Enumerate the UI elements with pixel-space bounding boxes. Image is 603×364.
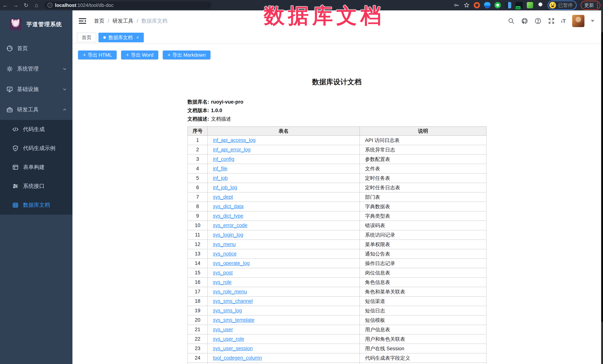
table-row: 17sys_role_menu角色和菜单关联表 — [188, 287, 486, 297]
sidebar-item-system[interactable]: 系统管理 — [0, 59, 72, 79]
browser-update-button[interactable]: 更新 — [581, 1, 600, 10]
table-name-link[interactable]: sys_sms_channel — [213, 298, 253, 304]
table-row: 20sys_sms_template短信模板 — [188, 315, 486, 325]
sidebar-item-codegen-demo[interactable]: 代码生成示例 — [0, 139, 72, 158]
row-index: 14 — [188, 259, 208, 268]
table-name-link[interactable]: sys_role — [213, 279, 232, 285]
table-name-link[interactable]: sys_user — [213, 327, 233, 332]
row-table-name-cell: sys_user_role — [208, 334, 360, 344]
row-table-name-cell: sys_menu — [208, 240, 360, 249]
row-index: 10 — [188, 221, 208, 230]
row-table-name-cell: sys_sms_template — [208, 315, 360, 325]
row-table-name-cell: sys_notice — [208, 249, 360, 259]
table-name-link[interactable]: tool_codegen_column — [213, 355, 262, 361]
font-size-icon[interactable]: tT — [561, 18, 566, 24]
meta-doc-desc: 文档描述:文档描述 — [187, 116, 486, 122]
table-name-link[interactable]: sys_role_menu — [213, 289, 247, 294]
row-index: 9 — [188, 211, 208, 221]
sidebar-item-home[interactable]: 首页 — [0, 38, 72, 59]
paused-extension-badge[interactable]: 已暂停 — [548, 0, 577, 10]
table-name-link[interactable]: sys_notice — [213, 251, 237, 256]
table-name-link[interactable]: sys_user_role — [213, 336, 244, 342]
table-name-link[interactable]: inf_job_log — [213, 185, 237, 190]
app-logo-row[interactable]: 芋道管理系统 — [0, 11, 72, 38]
table-row: 21sys_user用户信息表 — [188, 325, 486, 334]
menu-fold-icon[interactable] — [79, 18, 86, 24]
extension-icon-on-badge[interactable]: on — [515, 2, 523, 9]
page-scrollbar[interactable] — [601, 11, 603, 364]
browser-menu-icon[interactable] — [597, 3, 598, 8]
row-table-name-cell: tool_codegen_table — [208, 363, 360, 364]
row-index: 21 — [188, 325, 208, 334]
sidebar-item-form-builder[interactable]: 表单构建 — [0, 158, 72, 177]
table-name-link[interactable]: sys_sms_log — [213, 308, 242, 313]
table-name-link[interactable]: inf_config — [213, 156, 234, 162]
search-icon[interactable] — [508, 17, 515, 24]
table-name-link[interactable]: sys_post — [213, 270, 233, 276]
table-name-link[interactable]: inf_file — [213, 166, 227, 171]
table-name-link[interactable]: inf_api_access_log — [213, 137, 256, 143]
sidebar-item-api[interactable]: 系统接口 — [0, 177, 72, 196]
app-header: 首页 / 研发工具 / 数据库文档 tT — [72, 11, 601, 32]
export-html-button[interactable]: +导出 HTML — [78, 51, 117, 59]
export-word-button[interactable]: +导出 Word — [121, 51, 158, 59]
breadcrumb-devtools[interactable]: 研发工具 — [113, 17, 133, 24]
tab-db-doc[interactable]: 数据库文档 × — [98, 33, 144, 42]
table-name-link[interactable]: sys_dict_type — [213, 213, 243, 219]
help-icon[interactable] — [534, 17, 542, 24]
close-tab-icon[interactable]: × — [136, 35, 139, 40]
row-table-name-cell: sys_login_log — [208, 230, 360, 240]
table-name-link[interactable]: inf_api_error_log — [213, 147, 251, 152]
table-name-link[interactable]: sys_operate_log — [213, 260, 250, 266]
extensions-puzzle-icon[interactable] — [537, 2, 544, 8]
row-index: 17 — [188, 287, 208, 297]
bookmark-star-icon[interactable] — [464, 2, 470, 8]
row-table-desc: 用户在线 Session — [360, 344, 486, 353]
table-name-link[interactable]: inf_job — [213, 175, 228, 181]
row-index: 3 — [188, 154, 208, 164]
extension-icon-2[interactable] — [484, 2, 490, 8]
sidebar-item-db-doc[interactable]: 数据库文档 — [0, 196, 72, 215]
sidebar-item-codegen[interactable]: 代码生成 — [0, 120, 72, 139]
table-name-link[interactable]: sys_login_log — [213, 232, 243, 238]
sidebar-item-devtools[interactable]: 研发工具 — [0, 99, 72, 120]
sidebar-item-label: 系统接口 — [23, 182, 45, 190]
tab-home[interactable]: 首页 — [77, 33, 96, 42]
scrollbar-thumb[interactable] — [601, 32, 603, 322]
avatar[interactable] — [572, 15, 584, 27]
table-name-link[interactable]: sys_error_code — [213, 222, 247, 228]
browser-forward-button[interactable]: → — [11, 0, 21, 11]
browser-reload-button[interactable]: ↻ — [21, 0, 31, 11]
row-index: 22 — [188, 334, 208, 344]
col-header-name: 表名 — [208, 127, 360, 135]
row-index: 5 — [188, 173, 208, 183]
extension-icon-1[interactable] — [474, 2, 480, 8]
table-row: 11sys_login_log系统访问记录 — [188, 230, 486, 240]
address-bar[interactable]: i localhost:1024/tool/db-doc — [44, 1, 211, 9]
plus-icon: + — [168, 52, 171, 57]
emoji-extension-icon — [549, 2, 556, 9]
table-name-link[interactable]: sys_dict_data — [213, 204, 244, 209]
row-table-name-cell: sys_user — [208, 325, 360, 334]
app-title: 芋道管理系统 — [26, 21, 62, 28]
caret-down-icon[interactable] — [591, 20, 594, 22]
export-markdown-button[interactable]: +导出 Markdown — [163, 51, 211, 59]
breadcrumb-home[interactable]: 首页 — [94, 17, 104, 24]
extension-icon-4[interactable] — [505, 2, 511, 8]
table-name-link[interactable]: sys_dept — [213, 194, 233, 200]
github-icon[interactable] — [521, 17, 528, 24]
table-name-link[interactable]: sys_sms_template — [213, 317, 255, 323]
fullscreen-icon[interactable] — [548, 17, 555, 24]
browser-home-button[interactable]: ⌂ — [31, 0, 42, 11]
browser-back-button[interactable]: ← — [0, 0, 11, 11]
site-info-icon[interactable]: i — [47, 3, 52, 8]
sidebar-item-infra[interactable]: 基础设施 — [0, 79, 72, 99]
row-table-desc: 代码生成表字段定义 — [360, 353, 486, 363]
row-table-name-cell: sys_post — [208, 268, 360, 277]
extension-icon-5[interactable] — [527, 2, 533, 8]
table-name-link[interactable]: sys_menu — [213, 242, 236, 247]
key-icon[interactable] — [454, 2, 460, 8]
doc-table-body: 1inf_api_access_logAPI 访问日志表2inf_api_err… — [188, 135, 486, 364]
extension-icon-3[interactable] — [495, 2, 501, 8]
table-name-link[interactable]: sys_user_session — [213, 346, 253, 351]
